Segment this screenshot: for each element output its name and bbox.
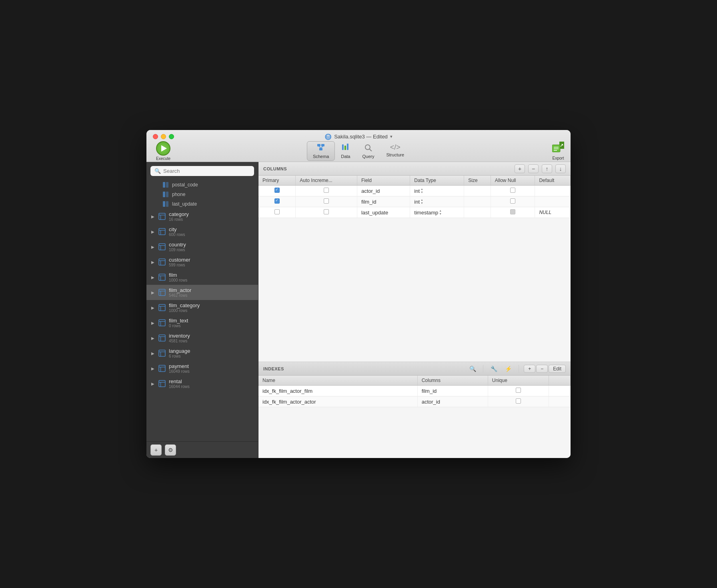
sidebar-subitem-last-update[interactable]: last_update [146,199,258,209]
type-stepper[interactable]: timestamp ▲ ▼ [414,209,460,216]
title-dropdown-arrow[interactable]: ▾ [390,134,393,139]
export-button[interactable]: ↗ Export [552,142,564,160]
add-column-button[interactable]: + [515,164,525,173]
auto-increment-cell[interactable] [296,196,357,207]
sidebar-item-film-actor[interactable]: ▶ film_actor 5462 rows [146,285,258,300]
move-up-button[interactable]: ↑ [542,164,552,173]
table-row[interactable]: last_update timestamp ▲ ▼ [258,207,571,218]
table-icon [158,380,166,387]
sidebar-item-payment[interactable]: ▶ payment 16049 rows [146,361,258,376]
primary-checkbox[interactable] [274,198,280,204]
stepper-down[interactable]: ▼ [439,212,442,216]
col-header-default[interactable]: Default [535,176,571,186]
idx-header-columns[interactable]: Columns [417,376,488,386]
move-down-button[interactable]: ↓ [555,164,566,173]
allow-null-checkbox[interactable] [510,198,515,204]
primary-cell[interactable] [258,207,296,218]
wrench-button[interactable]: 🔧 [488,364,499,374]
col-header-size[interactable]: Size [464,176,491,186]
sidebar-subitem-phone[interactable]: phone [146,190,258,199]
col-header-auto-increment[interactable]: Auto Increme... [296,176,357,186]
structure-button[interactable]: </> Structure [380,141,410,161]
primary-cell[interactable] [258,186,296,196]
stepper-down[interactable]: ▼ [421,191,423,194]
sidebar-item-film-category[interactable]: ▶ film_category 1000 rows [146,300,258,315]
svg-rect-23 [163,201,165,207]
table-row[interactable]: idx_fk_film_actor_film film_id [258,386,571,396]
sidebar-item-country[interactable]: ▶ country 109 rows [146,239,258,254]
type-stepper[interactable]: int ▲ ▼ [414,188,460,194]
settings-button[interactable]: ⚙ [165,444,176,456]
allow-null-cell[interactable] [491,196,535,207]
remove-column-button[interactable]: − [528,164,539,173]
stepper-up[interactable]: ▲ [421,198,423,202]
primary-cell[interactable] [258,196,296,207]
stepper-up[interactable]: ▲ [421,188,423,191]
execute-button[interactable]: Execute [153,140,174,162]
auto-increment-checkbox[interactable] [324,198,329,204]
svg-rect-24 [166,201,168,207]
idx-header-unique[interactable]: Unique [488,376,549,386]
idx-unique-cell[interactable] [488,396,549,407]
add-table-button[interactable]: + [150,444,162,456]
search-input[interactable] [163,168,250,174]
table-row[interactable]: idx_fk_film_actor_actor actor_id [258,396,571,407]
default-cell: NULL [535,207,571,218]
remove-index-button[interactable]: − [536,365,548,373]
col-header-field[interactable]: Field [357,176,410,186]
structure-icon: </> [390,143,401,152]
query-button[interactable]: Query [356,141,381,161]
svg-rect-43 [159,304,165,311]
table-icon [158,304,166,311]
sidebar-item-category[interactable]: ▶ category 16 rows [146,209,258,224]
table-row[interactable]: film_id int ▲ ▼ [258,196,571,207]
lightning-button[interactable]: ⚡ [503,364,514,374]
auto-increment-cell[interactable] [296,186,357,196]
maximize-button[interactable] [169,134,174,139]
type-stepper[interactable]: int ▲ ▼ [414,198,460,205]
sidebar-item-language[interactable]: ▶ language 6 rows [146,346,258,361]
sidebar-item-film[interactable]: ▶ film 1000 rows [146,270,258,285]
idx-columns-cell: actor_id [417,396,488,407]
data-button[interactable]: Data [335,141,356,161]
divider [483,365,483,373]
indexes-section-header: INDEXES 🔍 🔧 ⚡ + − Edit [258,362,571,376]
col-header-allow-null[interactable]: Allow Null [491,176,535,186]
col-header-data-type[interactable]: Data Type [410,176,464,186]
sidebar-item-inventory[interactable]: ▶ inventory 4581 rows [146,330,258,346]
search-bar[interactable]: 🔍 [150,166,254,176]
traffic-lights [153,134,174,139]
expand-arrow: ▶ [151,290,155,295]
stepper-up[interactable]: ▲ [439,209,442,212]
minimize-button[interactable] [161,134,166,139]
sidebar-item-rows: 599 rows [169,263,190,267]
stepper-down[interactable]: ▼ [421,202,423,205]
sidebar-subitem-postal-code[interactable]: postal_code [146,180,258,190]
table-icon [158,289,166,296]
svg-rect-55 [159,365,165,372]
close-button[interactable] [153,134,158,139]
primary-checkbox[interactable] [274,209,280,214]
sidebar-item-rental[interactable]: ▶ rental 16044 rows [146,376,258,391]
allow-null-cell[interactable] [491,207,535,218]
unique-checkbox[interactable] [516,398,521,404]
auto-increment-checkbox[interactable] [324,209,329,214]
edit-index-button[interactable]: Edit [549,365,566,373]
col-header-primary[interactable]: Primary [258,176,296,186]
allow-null-checkbox[interactable] [510,209,515,214]
sidebar-item-film-text[interactable]: ▶ film_text 0 rows [146,315,258,330]
auto-increment-cell[interactable] [296,207,357,218]
idx-header-name[interactable]: Name [258,376,417,386]
primary-checkbox[interactable] [274,188,280,193]
unique-checkbox[interactable] [516,388,521,393]
add-index-button[interactable]: + [524,365,535,373]
auto-increment-checkbox[interactable] [324,188,329,193]
schema-button[interactable]: Schema [307,141,335,161]
sidebar-item-city[interactable]: ▶ city 600 rows [146,224,258,239]
allow-null-checkbox[interactable] [510,188,515,193]
search-index-button[interactable]: 🔍 [467,364,478,374]
table-row[interactable]: actor_id int ▲ ▼ [258,186,571,196]
allow-null-cell[interactable] [491,186,535,196]
idx-unique-cell[interactable] [488,386,549,396]
sidebar-item-customer[interactable]: ▶ customer 599 rows [146,254,258,270]
